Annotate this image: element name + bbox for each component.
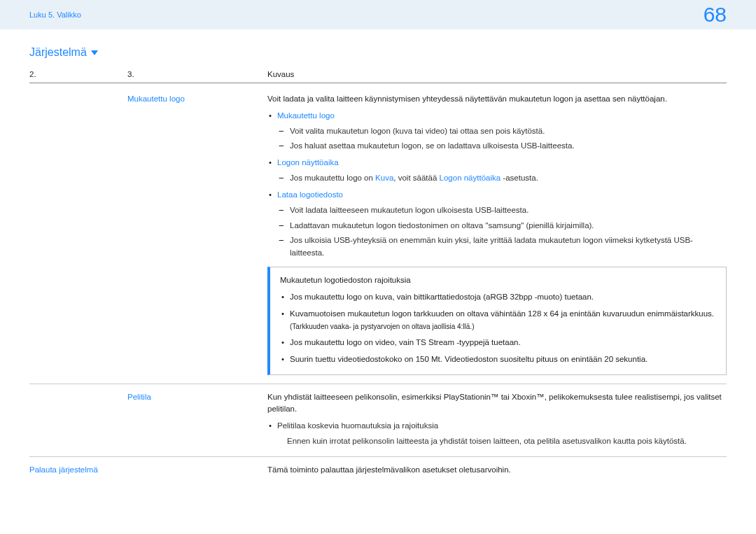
row1-description: Voit ladata ja valita laitteen käynnisty… [267,93,727,375]
row2-bullet-title: Pelitilaa koskevia huomautuksia ja rajoi… [277,421,438,430]
section-title: Järjestelmä [29,46,727,59]
row3-col1: Palauta järjestelmä [29,464,267,477]
callout-subnote: (Tarkkuuden vaaka- ja pystyarvojen on ol… [290,321,716,332]
item-title: Logon näyttöaika [277,158,339,167]
callout-bullet: Jos mukautettu logo on kuva, vain bittik… [280,291,716,304]
item-line: Jos mukautettu logo on Kuva, voit säätää… [277,172,727,185]
table-header-row: 2. 3. Kuvaus [29,70,727,83]
row1-col2: Mukautettu logo [127,93,267,375]
item-title: Mukautettu logo [277,111,335,120]
row3-intro: Tämä toiminto palauttaa järjestelmävalik… [267,464,727,477]
breadcrumb: Luku 5. Valikko [29,10,81,19]
table-row: Palauta järjestelmä Tämä toiminto palaut… [29,456,727,485]
text: Jos mukautettu logo on [290,174,375,182]
item-line: Voit valita mukautetun logon (kuva tai v… [277,125,727,138]
row2-description: Kun yhdistät laitteeseen pelikonsolin, e… [267,391,727,448]
item-lataa-logotiedosto: Lataa logotiedosto Voit ladata laitteese… [267,189,727,260]
row1-intro: Voit ladata ja valita laitteen käynnisty… [267,93,727,106]
section-title-label: Järjestelmä [29,46,87,59]
table-row: Mukautettu logo Voit ladata ja valita la… [29,90,727,384]
page-number: 68 [704,3,727,27]
table-header-2: 2. [29,70,127,78]
item-line: Jos ulkoisia USB-yhteyksiä on enemmän ku… [277,234,727,260]
item-line: Ladattavan mukautetun logon tiedostonime… [277,220,727,232]
header-bar: Luku 5. Valikko 68 [0,0,756,29]
row3-description: Tämä toiminto palauttaa järjestelmävalik… [267,464,727,477]
callout-bullet: Kuvamuotoisen mukautetun logon tarkkuude… [280,308,716,332]
chevron-down-icon [91,50,98,55]
page-content: Järjestelmä 2. 3. Kuvaus Mukautettu logo… [0,29,756,485]
row2-col2: Pelitila [127,391,267,448]
text: , voit säätää [393,174,439,182]
row2-bullet-line: Ennen kuin irrotat pelikonsolin laittees… [277,435,727,448]
keyword-kuva: Kuva [375,174,393,182]
item-line: Jos haluat asettaa mukautetun logon, se … [277,140,727,153]
item-logon-nayttoaika: Logon näyttöaika Jos mukautettu logo on … [267,157,727,185]
row2-bullet: Pelitilaa koskevia huomautuksia ja rajoi… [267,420,727,448]
table-header-kuvaus: Kuvaus [267,70,727,78]
keyword-logon-nayttoaika: Logon näyttöaika [440,174,501,182]
item-mukautettu-logo: Mukautettu logo Voit valita mukautetun l… [267,110,727,153]
callout-logo-restrictions: Mukautetun logotiedoston rajoituksia Jos… [267,267,727,375]
row2-intro: Kun yhdistät laitteeseen pelikonsolin, e… [267,391,727,416]
row2-col1 [29,391,127,448]
row1-col1 [29,93,127,375]
callout-title: Mukautetun logotiedoston rajoituksia [280,274,716,287]
table-header-3: 3. [127,70,267,78]
callout-bullet: Suurin tuettu videotiedostokoko on 150 M… [280,353,716,366]
item-line: Voit ladata laitteeseen mukautetun logon… [277,204,727,217]
callout-bullet: Jos mukautettu logo on video, vain TS St… [280,337,716,349]
table-row: Pelitila Kun yhdistät laitteeseen peliko… [29,384,727,456]
item-title: Lataa logotiedosto [277,190,343,199]
text: -asetusta. [500,174,538,182]
callout-bullet-text: Kuvamuotoisen mukautetun logon tarkkuude… [290,309,714,318]
